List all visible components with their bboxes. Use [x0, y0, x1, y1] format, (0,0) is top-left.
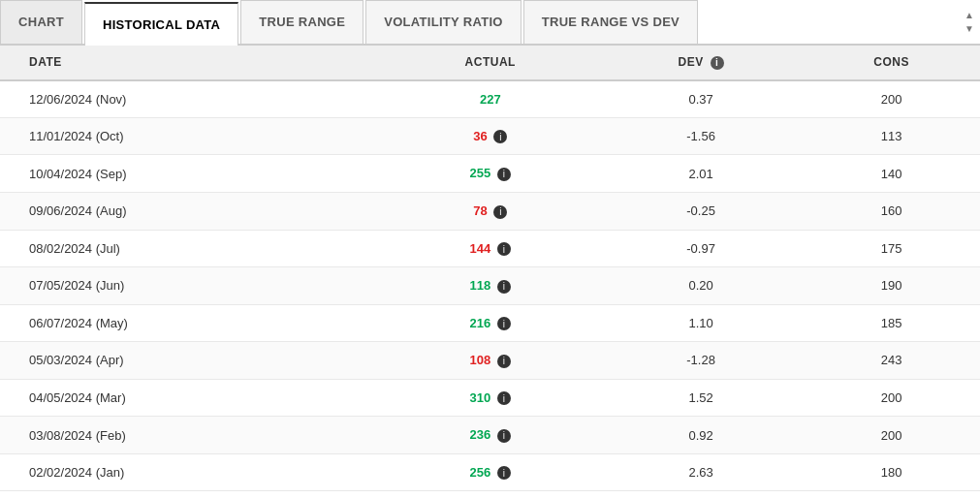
cell-actual: 227	[382, 80, 599, 118]
cell-actual: 36 i	[382, 117, 599, 155]
actual-info-icon[interactable]: i	[493, 205, 507, 219]
actual-value: 36	[473, 129, 487, 143]
actual-info-icon[interactable]: i	[497, 429, 511, 443]
cell-date: 03/08/2024 (Feb)	[0, 417, 382, 454]
cell-dev: -0.97	[599, 230, 803, 267]
cell-cons: 185	[803, 304, 980, 342]
cell-date: 09/06/2024 (Aug)	[0, 192, 382, 230]
dev-info-icon[interactable]: i	[711, 56, 724, 70]
tab-scrollbar: ▲ ▼	[959, 0, 980, 44]
cell-actual: 216 i	[382, 304, 599, 342]
table-row: 06/07/2024 (May)216 i1.10185	[0, 304, 980, 342]
cell-cons: 160	[803, 192, 980, 230]
tab-historical-data[interactable]: HISTORICAL DATA	[84, 2, 238, 46]
cell-dev: 0.92	[599, 417, 803, 454]
col-header-cons: CONS	[803, 46, 980, 80]
cell-date: 12/06/2024 (Nov)	[0, 80, 382, 118]
col-header-dev: DEV i	[599, 46, 803, 80]
cell-dev: 0.20	[599, 267, 803, 305]
cell-dev: 0.37	[599, 80, 803, 118]
table-row: 02/02/2024 (Jan)256 i2.63180	[0, 453, 980, 491]
table-row: 04/05/2024 (Mar)310 i1.52200	[0, 379, 980, 417]
actual-value: 256	[470, 465, 491, 480]
cell-dev: 1.52	[599, 379, 803, 417]
cell-cons: 140	[803, 155, 980, 193]
cell-date: 04/05/2024 (Mar)	[0, 379, 382, 417]
cell-actual: 78 i	[382, 192, 599, 230]
cell-date: 10/04/2024 (Sep)	[0, 155, 382, 193]
cell-actual: 118 i	[382, 267, 599, 305]
cell-dev: 2.63	[599, 453, 803, 491]
scroll-down-arrow[interactable]: ▼	[963, 22, 976, 36]
tab-volatility-ratio[interactable]: VOLATILITY RATIO	[365, 0, 522, 44]
actual-value: 310	[470, 390, 491, 405]
table-row: 08/02/2024 (Jul)144 i-0.97175	[0, 230, 980, 267]
cell-actual: 256 i	[382, 453, 599, 491]
cell-actual: 236 i	[382, 417, 599, 454]
cell-actual: 108 i	[382, 342, 599, 380]
actual-info-icon[interactable]: i	[497, 280, 511, 294]
cell-date: 06/07/2024 (May)	[0, 304, 382, 342]
table-row: 05/03/2024 (Apr)108 i-1.28243	[0, 342, 980, 380]
actual-info-icon[interactable]: i	[497, 391, 511, 405]
actual-info-icon[interactable]: i	[497, 355, 511, 368]
table-row: 11/01/2024 (Oct)36 i-1.56113	[0, 117, 980, 155]
cell-cons: 113	[803, 117, 980, 155]
cell-cons: 200	[803, 379, 980, 417]
actual-value: 118	[470, 278, 491, 293]
cell-date: 05/03/2024 (Apr)	[0, 342, 382, 380]
cell-cons: 175	[803, 230, 980, 267]
actual-value: 78	[473, 203, 487, 218]
cell-actual: 255 i	[382, 155, 599, 193]
table-row: 10/04/2024 (Sep)255 i2.01140	[0, 155, 980, 193]
tab-true-range-vs-dev[interactable]: TRUE RANGE VS DEV	[523, 0, 698, 44]
table-header-row: DATE ACTUAL DEV i CONS	[0, 46, 980, 80]
actual-info-icon[interactable]: i	[497, 242, 511, 256]
cell-date: 02/02/2024 (Jan)	[0, 453, 382, 491]
actual-value: 255	[470, 166, 491, 180]
cell-cons: 190	[803, 267, 980, 305]
table-row: 03/08/2024 (Feb)236 i0.92200	[0, 417, 980, 454]
cell-cons: 200	[803, 80, 980, 118]
col-header-date: DATE	[0, 46, 382, 80]
actual-info-icon[interactable]: i	[497, 168, 511, 181]
tab-bar: CHART HISTORICAL DATA TRUE RANGE VOLATIL…	[0, 0, 980, 46]
cell-dev: -0.25	[599, 192, 803, 230]
scroll-up-arrow[interactable]: ▲	[963, 9, 976, 22]
cell-dev: -1.56	[599, 117, 803, 155]
actual-info-icon[interactable]: i	[497, 466, 511, 480]
cell-actual: 144 i	[382, 230, 599, 267]
actual-value: 144	[470, 241, 491, 256]
actual-value: 227	[480, 92, 501, 107]
table-row: 09/06/2024 (Aug)78 i-0.25160	[0, 192, 980, 230]
cell-actual: 310 i	[382, 379, 599, 417]
actual-info-icon[interactable]: i	[493, 130, 507, 143]
cell-dev: 2.01	[599, 155, 803, 193]
table-row: 07/05/2024 (Jun)118 i0.20190	[0, 267, 980, 305]
cell-dev: -1.28	[599, 342, 803, 380]
col-header-actual: ACTUAL	[382, 46, 599, 80]
cell-date: 08/02/2024 (Jul)	[0, 230, 382, 267]
tab-chart[interactable]: CHART	[0, 0, 82, 44]
cell-date: 11/01/2024 (Oct)	[0, 117, 382, 155]
cell-dev: 1.10	[599, 304, 803, 342]
tab-true-range[interactable]: TRUE RANGE	[240, 0, 364, 44]
table-row: 12/06/2024 (Nov)2270.37200	[0, 80, 980, 118]
cell-cons: 180	[803, 453, 980, 491]
actual-value: 216	[470, 316, 491, 330]
data-table-wrapper: DATE ACTUAL DEV i CONS 12/06/2024 (Nov)2…	[0, 46, 980, 491]
actual-value: 236	[470, 427, 491, 442]
cell-cons: 200	[803, 417, 980, 454]
actual-value: 108	[470, 353, 491, 367]
cell-cons: 243	[803, 342, 980, 380]
historical-data-table: DATE ACTUAL DEV i CONS 12/06/2024 (Nov)2…	[0, 46, 980, 491]
actual-info-icon[interactable]: i	[497, 317, 511, 330]
cell-date: 07/05/2024 (Jun)	[0, 267, 382, 305]
